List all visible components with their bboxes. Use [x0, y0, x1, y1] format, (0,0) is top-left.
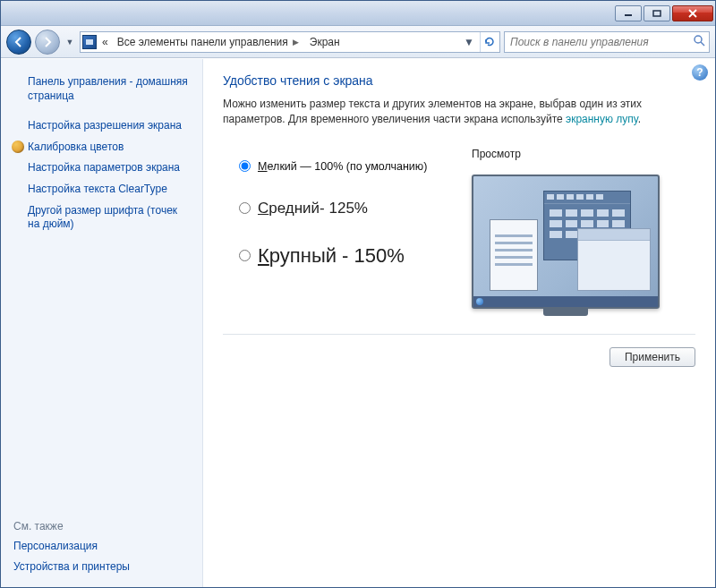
svg-rect-1 — [653, 11, 661, 16]
label-small[interactable]: Мелкий — 100% (по умолчанию) — [258, 160, 427, 173]
search-box[interactable] — [504, 31, 710, 53]
body: Панель управления - домашняя страница На… — [1, 58, 715, 587]
sidebar-personalization[interactable]: Персонализация — [12, 536, 192, 558]
chevron-right-icon: ▶ — [291, 38, 301, 47]
preview-window-small — [577, 228, 651, 291]
search-input[interactable] — [508, 35, 693, 49]
sidebar-params[interactable]: Настройка параметров экрана — [12, 158, 192, 179]
minimize-button[interactable] — [615, 5, 642, 21]
address-bar[interactable]: « Все элементы панели управления ▶ Экран… — [80, 31, 500, 53]
arrow-right-icon — [41, 36, 54, 48]
preview-monitor — [472, 175, 660, 309]
label-large[interactable]: Крупный - 150% — [258, 244, 405, 268]
page-title: Удобство чтения с экрана — [223, 73, 695, 88]
maximize-button[interactable] — [644, 5, 670, 21]
refresh-button[interactable] — [480, 32, 498, 52]
sidebar-devices[interactable]: Устройства и принтеры — [12, 557, 192, 578]
navbar: ▼ « Все элементы панели управления ▶ Экр… — [1, 26, 715, 58]
minimize-icon — [624, 10, 633, 17]
preview-column: Просмотр — [472, 148, 695, 309]
svg-point-2 — [695, 36, 702, 43]
label-medium[interactable]: Средний- 125% — [258, 200, 368, 217]
arrow-left-icon — [13, 36, 25, 48]
svg-rect-0 — [625, 14, 632, 16]
radio-small[interactable] — [239, 160, 251, 172]
magnifier-link[interactable]: экранную лупу — [566, 113, 638, 125]
sidebar-footer: См. также Персонализация Устройства и пр… — [12, 516, 192, 578]
preview-window-panel — [490, 219, 538, 291]
control-panel-icon — [82, 35, 97, 49]
sidebar-calibrate[interactable]: Калибровка цветов — [12, 137, 192, 158]
radio-medium[interactable] — [239, 202, 251, 214]
search-icon[interactable] — [693, 34, 705, 49]
sidebar: Панель управления - домашняя страница На… — [1, 59, 203, 587]
chevrons-icon: « — [102, 36, 108, 48]
forward-button[interactable] — [35, 30, 60, 55]
see-also-label: См. также — [12, 516, 192, 536]
preview-label: Просмотр — [472, 148, 695, 160]
window: ▼ « Все элементы панели управления ▶ Экр… — [0, 0, 716, 588]
address-dropdown[interactable]: ▼ — [460, 32, 478, 52]
maximize-icon — [652, 10, 661, 17]
radio-large[interactable] — [239, 250, 251, 261]
sidebar-resolution[interactable]: Настройка разрешения экрана — [12, 115, 192, 137]
breadcrumb-display[interactable]: Экран — [306, 32, 344, 52]
main-content: ? Удобство чтения с экрана Можно изменит… — [203, 59, 715, 587]
sidebar-home[interactable]: Панель управления - домашняя страница — [12, 72, 192, 107]
page-description: Можно изменить размер текста и других эл… — [223, 97, 695, 128]
help-button[interactable]: ? — [692, 64, 708, 81]
breadcrumb-all-items[interactable]: Все элементы панели управления ▶ — [114, 32, 304, 52]
nav-history-dropdown[interactable]: ▼ — [64, 30, 76, 55]
size-options: Мелкий — 100% (по умолчанию) Средний- 12… — [223, 148, 436, 309]
refresh-icon — [483, 36, 496, 48]
breadcrumb-root[interactable]: « — [98, 32, 112, 52]
back-button[interactable] — [6, 30, 31, 55]
divider — [223, 334, 695, 335]
apply-button[interactable]: Применить — [609, 347, 695, 367]
preview-taskbar — [473, 296, 658, 307]
sidebar-dpi[interactable]: Другой размер шрифта (точек на дюйм) — [12, 200, 192, 235]
close-button[interactable] — [672, 5, 713, 21]
sidebar-cleartype[interactable]: Настройка текста ClearType — [12, 179, 192, 200]
titlebar — [1, 1, 715, 26]
close-icon — [687, 9, 698, 18]
